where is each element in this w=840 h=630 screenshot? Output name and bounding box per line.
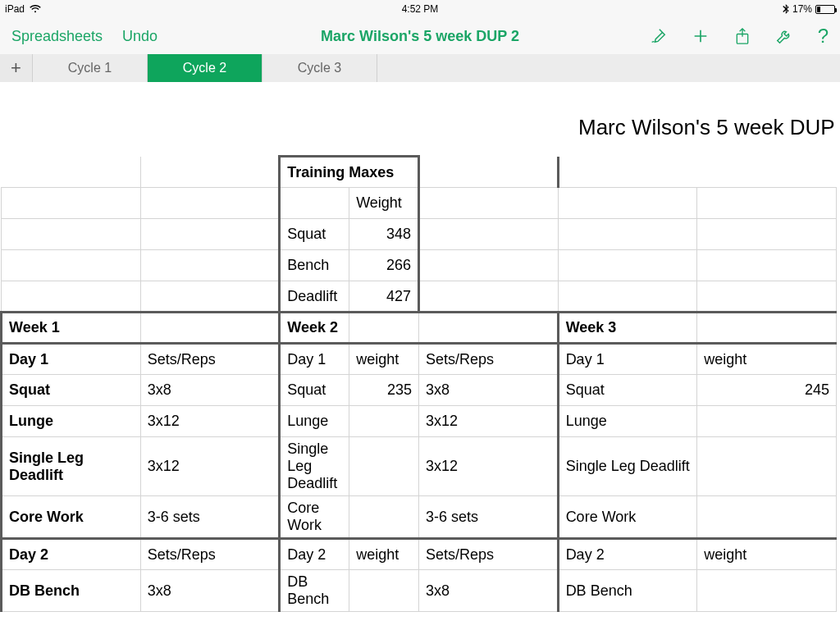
help-icon[interactable]: ?	[818, 25, 829, 48]
cell[interactable]	[2, 157, 141, 188]
share-icon[interactable]	[734, 27, 751, 45]
cell[interactable]	[697, 313, 837, 344]
brush-icon[interactable]	[649, 27, 667, 45]
cell-tm-squat[interactable]: Squat	[280, 219, 349, 250]
cell[interactable]	[349, 570, 419, 612]
spreadsheet-viewport[interactable]: Marc Wilson's 5 week DUP st Training Max…	[0, 82, 840, 612]
cell-week1[interactable]: Week 1	[2, 313, 141, 344]
cell-squat-wt-w3[interactable]: 245	[697, 375, 837, 406]
cell-core-w2[interactable]: Core Work	[280, 496, 349, 539]
cell[interactable]	[558, 250, 697, 281]
cell-day1-w2[interactable]: Day 1	[280, 344, 349, 375]
cell-core-w1[interactable]: Core Work	[2, 496, 141, 539]
cell[interactable]	[558, 219, 697, 250]
cell-weight-header[interactable]: Weight	[349, 188, 419, 219]
cell[interactable]	[140, 250, 280, 281]
cell-day2-w2[interactable]: Day 2	[280, 539, 349, 570]
cell-weight-w2[interactable]: weight	[349, 344, 419, 375]
cell-weight2-w2[interactable]: weight	[349, 539, 419, 570]
cell-setsreps2-w1[interactable]: Sets/Reps	[140, 539, 280, 570]
cell-lunge-reps-w2[interactable]: 3x12	[418, 406, 558, 437]
cell-day2-w1[interactable]: Day 2	[2, 539, 141, 570]
cell[interactable]	[697, 219, 837, 250]
cell-tm-squat-val[interactable]: 348	[349, 219, 419, 250]
cell[interactable]	[418, 219, 558, 250]
cell[interactable]	[558, 157, 697, 188]
cell[interactable]	[349, 406, 419, 437]
cell-sldl-w3[interactable]: Single Leg Deadlift	[558, 437, 697, 496]
cell-weight2-w3[interactable]: weight	[697, 539, 837, 570]
cell[interactable]	[418, 313, 558, 344]
cell-day1-w3[interactable]: Day 1	[558, 344, 697, 375]
cell[interactable]	[697, 188, 837, 219]
cell[interactable]	[697, 437, 837, 496]
back-button[interactable]: Spreadsheets	[11, 28, 103, 45]
cell-dbbench-w2[interactable]: DB Bench	[280, 570, 349, 612]
cell-squat-reps-w2[interactable]: 3x8	[418, 375, 558, 406]
cell[interactable]	[697, 496, 837, 539]
cell[interactable]	[349, 496, 419, 539]
cell-lunge-w2[interactable]: Lunge	[280, 406, 349, 437]
cell-week3[interactable]: Week 3	[558, 313, 697, 344]
tab-cycle-1[interactable]: Cycle 1	[33, 54, 148, 82]
cell-tm-dead[interactable]: Deadlift	[280, 281, 349, 313]
cell[interactable]	[2, 250, 141, 281]
cell[interactable]	[140, 313, 280, 344]
cell-squat-w2[interactable]: Squat	[280, 375, 349, 406]
tab-cycle-2[interactable]: Cycle 2	[148, 54, 262, 82]
cell-sldl-reps-w2[interactable]: 3x12	[418, 437, 558, 496]
tab-cycle-3[interactable]: Cycle 3	[262, 54, 377, 82]
cell-core-reps-w1[interactable]: 3-6 sets	[140, 496, 280, 539]
cell-setsreps2-w2[interactable]: Sets/Reps	[418, 539, 558, 570]
cell[interactable]	[697, 570, 837, 612]
cell[interactable]	[558, 281, 697, 313]
cell-core-w3[interactable]: Core Work	[558, 496, 697, 539]
cell[interactable]	[697, 157, 837, 188]
cell[interactable]	[697, 406, 837, 437]
cell-tm-bench-val[interactable]: 266	[349, 250, 419, 281]
cell-dbbench-w3[interactable]: DB Bench	[558, 570, 697, 612]
cell[interactable]	[418, 188, 558, 219]
cell-tm-dead-val[interactable]: 427	[349, 281, 419, 313]
cell-day2-w3[interactable]: Day 2	[558, 539, 697, 570]
cell[interactable]	[418, 250, 558, 281]
cell[interactable]	[140, 281, 280, 313]
cell-dbbench-w1[interactable]: DB Bench	[2, 570, 141, 612]
cell-week2[interactable]: Week 2	[280, 313, 349, 344]
cell[interactable]	[697, 250, 837, 281]
add-icon[interactable]	[692, 27, 710, 45]
cell-day1-w1[interactable]: Day 1	[2, 344, 141, 375]
cell-lunge-reps-w1[interactable]: 3x12	[140, 406, 280, 437]
cell-setsreps-w2[interactable]: Sets/Reps	[418, 344, 558, 375]
cell[interactable]	[140, 157, 280, 188]
cell-sldl-w2[interactable]: Single Leg Deadlift	[280, 437, 349, 496]
add-sheet-button[interactable]: +	[0, 54, 33, 82]
cell[interactable]	[140, 219, 280, 250]
cell[interactable]	[418, 281, 558, 313]
cell-dbbench-reps-w1[interactable]: 3x8	[140, 570, 280, 612]
cell[interactable]	[558, 188, 697, 219]
cell[interactable]	[2, 281, 141, 313]
cell-squat-wt-w2[interactable]: 235	[349, 375, 419, 406]
cell[interactable]	[418, 157, 558, 188]
cell[interactable]	[349, 313, 419, 344]
cell-core-reps-w2[interactable]: 3-6 sets	[418, 496, 558, 539]
cell[interactable]	[697, 281, 837, 313]
cell-lunge-w3[interactable]: Lunge	[558, 406, 697, 437]
cell-sldl-reps-w1[interactable]: 3x12	[140, 437, 280, 496]
cell-squat-reps-w1[interactable]: 3x8	[140, 375, 280, 406]
cell-weight-w3[interactable]: weight	[697, 344, 837, 375]
cell-setsreps-w1[interactable]: Sets/Reps	[140, 344, 280, 375]
cell-tm-bench[interactable]: Bench	[280, 250, 349, 281]
wrench-icon[interactable]	[775, 27, 793, 45]
cell-sldl-w1[interactable]: Single Leg Deadlift	[2, 437, 141, 496]
cell-squat-w1[interactable]: Squat	[2, 375, 141, 406]
cell-training-maxes[interactable]: Training Maxes	[280, 157, 419, 188]
cell[interactable]	[280, 188, 349, 219]
cell[interactable]	[140, 188, 280, 219]
undo-button[interactable]: Undo	[122, 28, 158, 45]
cell[interactable]	[349, 437, 419, 496]
cell-dbbench-reps-w2[interactable]: 3x8	[418, 570, 558, 612]
cell[interactable]	[2, 188, 141, 219]
spreadsheet-grid[interactable]: Training Maxes Weight Squat 348	[0, 155, 837, 612]
